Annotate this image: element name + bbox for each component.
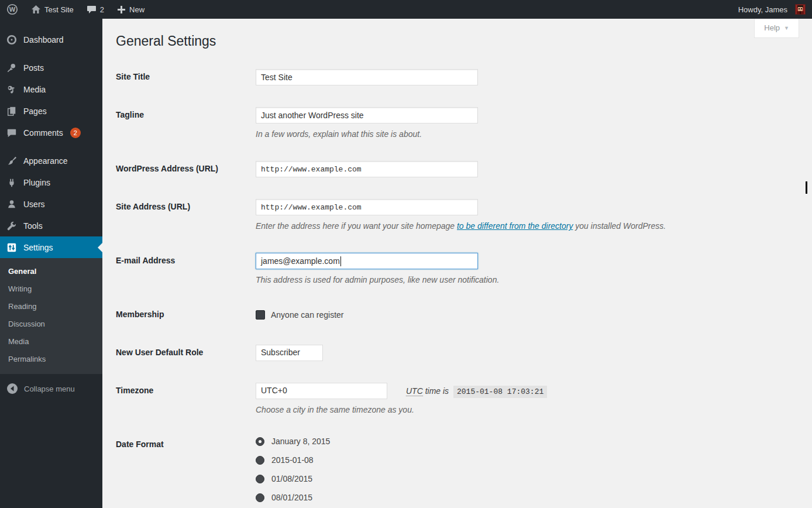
sidebar-item-pages[interactable]: Pages: [0, 100, 102, 122]
sidebar-item-appearance[interactable]: Appearance: [0, 150, 102, 171]
sidebar-item-label: Dashboard: [23, 35, 64, 44]
email-help-text: This address is used for admin purposes,…: [256, 274, 800, 285]
utc-time-note: UTC time is 2015-01-08 17:03:21: [406, 386, 547, 396]
date-format-radio-3[interactable]: [256, 493, 264, 502]
general-settings-form: Site Title Tagline In a few words, expla…: [116, 69, 800, 508]
comment-bubble-icon: [87, 5, 97, 14]
admin-bar-comments[interactable]: 2: [80, 0, 111, 19]
sidebar-item-comments[interactable]: Comments 2: [0, 122, 102, 143]
new-content-menu[interactable]: New: [111, 0, 151, 19]
submenu-item-permalinks[interactable]: Permalinks: [0, 351, 102, 368]
site-title-input[interactable]: [256, 69, 478, 85]
submenu-item-media[interactable]: Media: [0, 333, 102, 351]
timezone-label: Timezone: [116, 383, 256, 415]
submenu-item-discussion[interactable]: Discussion: [0, 315, 102, 333]
wordpress-address-label: WordPress Address (URL): [116, 161, 256, 177]
sidebar-item-media[interactable]: Media: [0, 78, 102, 100]
page-title: General Settings: [116, 32, 800, 50]
wrench-icon: [6, 220, 18, 232]
utc-note-text: time is: [423, 386, 449, 396]
timezone-row: Timezone UTC+0 UTC time is 2015-01-08 17…: [116, 383, 800, 415]
tagline-label: Tagline: [116, 107, 256, 139]
dashboard-icon: [6, 34, 18, 46]
help-label: Help: [764, 23, 780, 32]
anyone-can-register-label: Anyone can register: [271, 310, 344, 320]
plus-icon: [117, 5, 126, 14]
comment-icon: [6, 127, 18, 139]
timezone-help-text: Choose a city in the same timezone as yo…: [256, 404, 800, 415]
tagline-input[interactable]: [256, 107, 478, 123]
date-format-radio-0[interactable]: [256, 437, 264, 446]
collapse-menu-button[interactable]: Collapse menu: [0, 379, 102, 399]
date-format-option-label: January 8, 2015: [271, 437, 330, 446]
wordpress-address-row: WordPress Address (URL): [116, 161, 800, 177]
collapse-arrow-icon: [6, 383, 18, 394]
menu-separator: [0, 50, 102, 57]
timezone-select[interactable]: UTC+0: [256, 383, 387, 399]
wordpress-logo-menu[interactable]: W: [0, 0, 25, 19]
site-title-row: Site Title: [116, 69, 800, 85]
default-role-row: New User Default Role Subscriber: [116, 345, 800, 361]
email-value: james@example.com: [261, 256, 340, 266]
visit-site-link[interactable]: Test Site: [25, 0, 80, 19]
my-account-menu[interactable]: Howdy, James: [732, 0, 812, 19]
date-format-radio-2[interactable]: [256, 475, 264, 483]
sidebar-item-label: Pages: [23, 107, 47, 116]
sidebar-item-label: Appearance: [23, 156, 68, 166]
email-field[interactable]: james@example.com: [256, 253, 478, 269]
avatar: [795, 4, 806, 15]
date-format-row: Date Format January 8, 2015 2015-01-08 0…: [116, 437, 800, 508]
site-address-input[interactable]: [256, 199, 478, 215]
default-role-label: New User Default Role: [116, 345, 256, 361]
site-address-label: Site Address (URL): [116, 199, 256, 231]
help-text-suffix: you installed WordPress.: [573, 221, 666, 231]
date-format-option-label: 08/01/2015: [271, 493, 312, 502]
comments-count-badge: 2: [70, 128, 81, 138]
settings-page: Help ▼ General Settings Site Title Tagli…: [102, 19, 812, 508]
date-format-option: 2015-01-08: [256, 455, 800, 465]
date-format-option-label: 2015-01-08: [271, 455, 314, 465]
site-address-row: Site Address (URL) Enter the address her…: [116, 199, 800, 231]
utc-abbr: UTC: [406, 386, 423, 396]
brush-icon: [6, 155, 18, 167]
date-format-option: January 8, 2015: [256, 437, 800, 446]
site-name: Test Site: [44, 5, 74, 14]
admin-bar-comment-count: 2: [100, 5, 104, 14]
wordpress-address-input[interactable]: [256, 161, 478, 177]
sidebar-item-label: Comments: [23, 128, 63, 138]
settings-icon: [6, 242, 18, 253]
membership-label: Membership: [116, 307, 256, 323]
submenu-item-reading[interactable]: Reading: [0, 298, 102, 315]
svg-text:W: W: [9, 6, 15, 13]
submenu-item-general[interactable]: General: [0, 263, 102, 280]
utc-time-value: 2015-01-08 17:03:21: [453, 386, 547, 398]
sidebar-item-dashboard[interactable]: Dashboard: [0, 29, 102, 50]
sidebar-item-label: Plugins: [23, 178, 50, 187]
site-address-help-text: Enter the address here if you want your …: [256, 221, 800, 231]
help-button[interactable]: Help ▼: [754, 19, 799, 38]
sidebar-item-plugins[interactable]: Plugins: [0, 171, 102, 193]
email-label: E-mail Address: [116, 253, 256, 285]
date-format-option: 08/01/2015: [256, 493, 800, 502]
sidebar-item-tools[interactable]: Tools: [0, 215, 102, 236]
media-icon: [6, 84, 18, 95]
tagline-row: Tagline In a few words, explain what thi…: [116, 107, 800, 139]
date-format-radio-1[interactable]: [256, 456, 264, 465]
user-icon: [6, 198, 18, 210]
sidebar-item-label: Media: [23, 85, 46, 94]
sidebar-item-settings[interactable]: Settings: [0, 236, 102, 258]
tagline-help-text: In a few words, explain what this site i…: [256, 129, 800, 139]
sidebar-item-users[interactable]: Users: [0, 193, 102, 215]
current-menu-arrow: [93, 243, 102, 252]
different-directory-link[interactable]: to be different from the directory: [457, 221, 573, 231]
email-row: E-mail Address james@example.com This ad…: [116, 253, 800, 285]
anyone-can-register-checkbox[interactable]: [256, 310, 265, 320]
date-format-label: Date Format: [116, 437, 256, 508]
sidebar-item-posts[interactable]: Posts: [0, 57, 102, 78]
membership-row: Membership Anyone can register: [116, 307, 800, 323]
admin-bar: W Test Site 2 New Howdy, James: [0, 0, 812, 19]
settings-submenu: General Writing Reading Discussion Media…: [0, 258, 102, 374]
default-role-select[interactable]: Subscriber: [256, 345, 323, 361]
submenu-item-writing[interactable]: Writing: [0, 280, 102, 298]
mouse-text-cursor: [806, 181, 807, 194]
